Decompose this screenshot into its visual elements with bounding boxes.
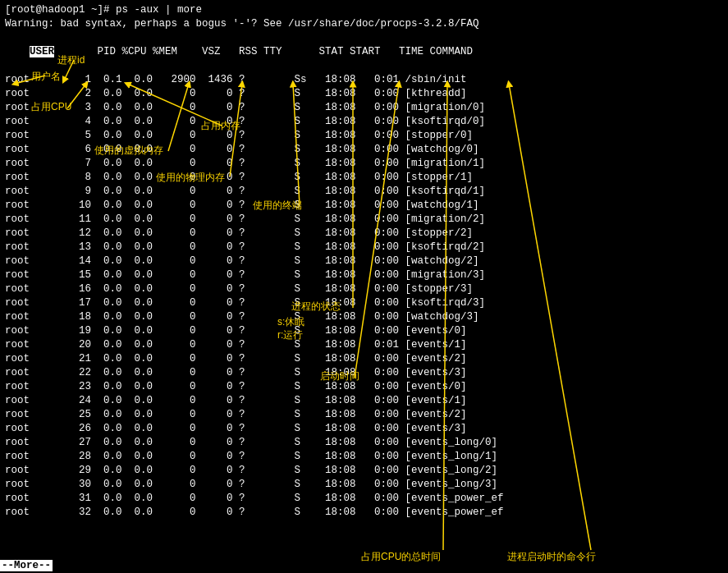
more-bar[interactable]: --More-- bbox=[0, 560, 53, 571]
table-row: root 29 0.0 0.0 0 0 ? S 18:08 0:00 [even… bbox=[5, 464, 723, 478]
table-row: root 28 0.0 0.0 0 0 ? S 18:08 0:00 [even… bbox=[5, 450, 723, 464]
table-row: root 5 0.0 0.0 0 0 ? S 18:08 0:00 [stopp… bbox=[5, 129, 723, 143]
table-row: root 4 0.0 0.0 0 0 ? S 18:08 0:00 [ksoft… bbox=[5, 115, 723, 129]
table-row: root 22 0.0 0.0 0 0 ? S 18:08 0:00 [even… bbox=[5, 366, 723, 380]
table-row: root 13 0.0 0.0 0 0 ? S 18:08 0:00 [ksof… bbox=[5, 241, 723, 254]
warning-line: Warning: bad syntax, perhaps a bogus '-'… bbox=[5, 17, 723, 31]
table-row: root 25 0.0 0.0 0 0 ? S 18:08 0:00 [even… bbox=[5, 408, 723, 422]
more-label: --More-- bbox=[0, 560, 53, 571]
table-row: root 10 0.0 0.0 0 0 ? S 18:08 0:00 [watc… bbox=[5, 199, 723, 213]
table-row: root 31 0.0 0.0 0 0 ? S 18:08 0:00 [even… bbox=[5, 492, 723, 506]
user-header: USER bbox=[30, 46, 54, 57]
table-row: root 2 0.0 0.0 0 0 ? S 18:08 0:00 [kthre… bbox=[5, 87, 723, 101]
table-row: root 18 0.0 0.0 0 0 ? S 18:08 0:00 [watc… bbox=[5, 310, 723, 324]
table-row: root 21 0.0 0.0 0 0 ? S 18:08 0:00 [even… bbox=[5, 352, 723, 366]
table-row: root 8 0.0 0.0 0 0 ? S 18:08 0:00 [stopp… bbox=[5, 171, 723, 185]
annotation-time: 占用CPU的总时间 bbox=[361, 550, 441, 564]
table-row: root 30 0.0 0.0 0 0 ? S 18:08 0:00 [even… bbox=[5, 478, 723, 492]
table-row: root 6 0.0 0.0 0 0 ? S 18:08 0:00 [watch… bbox=[5, 143, 723, 157]
header-line: USER PID %CPU %MEM VSZ RSS TTY STAT STAR… bbox=[5, 31, 723, 73]
prompt-line: [root@hadoop1 ~]# ps -aux | more bbox=[5, 3, 723, 17]
table-row: root 24 0.0 0.0 0 0 ? S 18:08 0:00 [even… bbox=[5, 394, 723, 408]
table-row: root 14 0.0 0.0 0 0 ? S 18:08 0:00 [watc… bbox=[5, 254, 723, 268]
table-row: root 16 0.0 0.0 0 0 ? S 18:08 0:00 [stop… bbox=[5, 282, 723, 296]
table-row: root 23 0.0 0.0 0 0 ? S 18:08 0:00 [even… bbox=[5, 380, 723, 394]
terminal: [root@hadoop1 ~]# ps -aux | more Warning… bbox=[0, 0, 728, 573]
table-row: root 27 0.0 0.0 0 0 ? S 18:08 0:00 [even… bbox=[5, 436, 723, 450]
annotation-command: 进程启动时的命令行 bbox=[507, 550, 596, 564]
process-table: root 1 0.1 0.0 2900 1436 ? Ss 18:08 0:01… bbox=[5, 73, 723, 520]
table-row: root 3 0.0 0.0 0 0 ? S 18:08 0:00 [migra… bbox=[5, 101, 723, 115]
table-row: root 20 0.0 0.0 0 0 ? S 18:08 0:01 [even… bbox=[5, 338, 723, 352]
table-row: root 12 0.0 0.0 0 0 ? S 18:08 0:00 [stop… bbox=[5, 227, 723, 241]
table-row: root 15 0.0 0.0 0 0 ? S 18:08 0:00 [migr… bbox=[5, 268, 723, 282]
header-rest: PID %CPU %MEM VSZ RSS TTY STAT START TIM… bbox=[54, 46, 473, 57]
table-row: root 32 0.0 0.0 0 0 ? S 18:08 0:00 [even… bbox=[5, 506, 723, 520]
table-row: root 9 0.0 0.0 0 0 ? S 18:08 0:00 [ksoft… bbox=[5, 185, 723, 199]
table-row: root 26 0.0 0.0 0 0 ? S 18:08 0:00 [even… bbox=[5, 422, 723, 436]
table-row: root 17 0.0 0.0 0 0 ? S 18:08 0:00 [ksof… bbox=[5, 296, 723, 310]
table-row: root 7 0.0 0.0 0 0 ? S 18:08 0:00 [migra… bbox=[5, 157, 723, 171]
table-row: root 19 0.0 0.0 0 0 ? S 18:08 0:00 [even… bbox=[5, 324, 723, 338]
table-row: root 1 0.1 0.0 2900 1436 ? Ss 18:08 0:01… bbox=[5, 73, 723, 87]
table-row: root 11 0.0 0.0 0 0 ? S 18:08 0:00 [migr… bbox=[5, 213, 723, 227]
